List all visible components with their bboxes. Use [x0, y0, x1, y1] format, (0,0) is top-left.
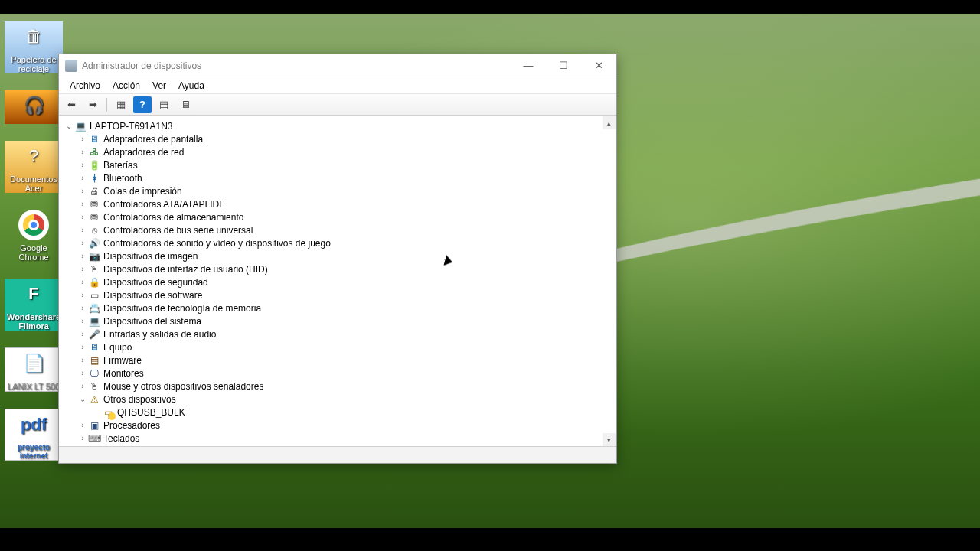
fw-icon: ▤: [88, 354, 100, 367]
tree-label: Dispositivos de interfaz de usuario (HID…: [103, 264, 268, 275]
menu-ver[interactable]: Ver: [146, 79, 172, 93]
expand-arrow-icon[interactable]: ›: [77, 421, 88, 429]
net-icon: 🖧: [88, 146, 100, 158]
tree-label: Dispositivos del sistema: [103, 316, 201, 327]
desktop-icon-lanix-lt[interactable]: 📄 LANIX LT 500: [5, 347, 63, 392]
tree-label: Unidades de disco: [103, 446, 179, 447]
tree-category[interactable]: ›⛃Controladoras de almacenamiento: [64, 210, 616, 223]
tree-category[interactable]: ›▭Dispositivos de software: [64, 289, 616, 302]
desktop-icon-audacity[interactable]: 🎧: [5, 90, 63, 124]
desktop-icon-wondershare-filmora[interactable]: F Wondershare Filmora: [5, 279, 63, 331]
tree-category[interactable]: ›🖧Adaptadores de red: [64, 145, 616, 158]
tree-label: Teclados: [103, 433, 139, 444]
tree-category[interactable]: ›📷Dispositivos de imagen: [64, 249, 616, 262]
help-button[interactable]: ?: [133, 96, 152, 113]
minimize-button[interactable]: —: [511, 54, 546, 77]
desktop-icon-google-chrome[interactable]: Google Chrome: [5, 210, 63, 262]
tree-category[interactable]: ›🎤Entradas y salidas de audio: [64, 328, 616, 341]
expand-arrow-icon[interactable]: ›: [77, 226, 88, 234]
tree-category[interactable]: ›📇Dispositivos de tecnología de memoria: [64, 302, 616, 315]
google-chrome-icon: [18, 210, 49, 240]
audacity-icon: 🎧: [18, 90, 49, 121]
tree-category[interactable]: ›🖱Mouse y otros dispositivos señaladores: [64, 380, 616, 393]
expand-arrow-icon[interactable]: ›: [77, 265, 88, 273]
expand-arrow-icon[interactable]: ›: [77, 187, 88, 195]
tree-label: Otros dispositivos: [103, 394, 176, 405]
menu-archivo[interactable]: Archivo: [64, 79, 106, 93]
menu-acción[interactable]: Acción: [106, 79, 146, 93]
properties-button[interactable]: ▦: [112, 96, 130, 113]
scan-hardware-button[interactable]: ▤: [155, 96, 173, 113]
desktop-icon-documents-acer[interactable]: ? Documentos Acer: [5, 141, 63, 193]
desktop[interactable]: 🗑 Papelera de reciclaje🎧 ? Documentos Ac…: [0, 14, 980, 528]
expand-arrow-icon[interactable]: ›: [77, 434, 88, 442]
expand-arrow-icon[interactable]: ›: [77, 369, 88, 377]
tree-category[interactable]: ›⎋Controladoras de bus serie universal: [64, 223, 616, 236]
expand-arrow-icon[interactable]: ›: [77, 148, 88, 156]
eq-icon: 🖥: [88, 341, 100, 354]
tree-label: Monitores: [103, 368, 144, 379]
audio-icon: 🎤: [88, 328, 100, 341]
tree-label: LAPTOP-T691A1N3: [90, 121, 173, 132]
tree-category[interactable]: ›⛁Unidades de disco: [64, 445, 616, 446]
expand-arrow-icon[interactable]: ›: [77, 343, 88, 351]
expand-arrow-icon[interactable]: ›: [77, 252, 88, 260]
expand-arrow-icon[interactable]: ›: [77, 356, 88, 364]
show-hidden-button[interactable]: 🖥: [176, 96, 194, 113]
tree-device[interactable]: ▭QHSUSB_BULK: [64, 406, 616, 419]
tree-category[interactable]: ›🔒Dispositivos de seguridad: [64, 276, 616, 289]
tree-category[interactable]: ›ᚼBluetooth: [64, 171, 616, 184]
expand-arrow-icon[interactable]: ›: [77, 291, 88, 299]
stor-icon: ⛃: [88, 198, 100, 210]
tree-category[interactable]: ›▤Firmware: [64, 354, 616, 367]
tree-category[interactable]: ›⌨Teclados: [64, 432, 616, 445]
hid-icon: 🖱: [88, 263, 100, 276]
tree-label: Firmware: [103, 355, 142, 366]
tree-category[interactable]: ›🖨Colas de impresión: [64, 184, 616, 197]
tree-label: Dispositivos de seguridad: [103, 277, 208, 288]
tree-category[interactable]: ›💻Dispositivos del sistema: [64, 315, 616, 328]
device-tree[interactable]: ⌄💻LAPTOP-T691A1N3›🖥Adaptadores de pantal…: [59, 116, 616, 446]
close-button[interactable]: ✕: [581, 54, 616, 77]
tree-category[interactable]: ›▣Procesadores: [64, 419, 616, 432]
maximize-button[interactable]: ☐: [546, 54, 581, 77]
window-title: Administrador de dispositivos: [82, 60, 201, 71]
tree-category[interactable]: ›🔋Baterías: [64, 158, 616, 171]
tree-category[interactable]: ›⛃Controladoras ATA/ATAPI IDE: [64, 197, 616, 210]
expand-arrow-icon[interactable]: ›: [77, 278, 88, 286]
tree-label: Dispositivos de software: [103, 290, 202, 301]
expand-arrow-icon[interactable]: ›: [77, 135, 88, 143]
tree-category[interactable]: ›🖥Equipo: [64, 341, 616, 354]
desktop-icon-proyecto-internet[interactable]: pdf proyecto internet: [5, 409, 63, 461]
tree-category[interactable]: ›🔊Controladoras de sonido y vídeo y disp…: [64, 236, 616, 249]
desktop-icon-label: LANIX LT 500: [5, 382, 62, 391]
expand-arrow-icon[interactable]: ›: [77, 174, 88, 182]
sec-icon: 🔒: [88, 276, 100, 289]
tree-category[interactable]: ›🖱Dispositivos de interfaz de usuario (H…: [64, 262, 616, 276]
tree-root[interactable]: ⌄💻LAPTOP-T691A1N3: [64, 119, 616, 132]
expand-arrow-icon[interactable]: ⌄: [64, 122, 74, 130]
expand-arrow-icon[interactable]: ›: [77, 161, 88, 169]
pc-icon: 💻: [74, 120, 87, 132]
scroll-up-icon[interactable]: ▴: [603, 116, 616, 129]
menu-ayuda[interactable]: Ayuda: [172, 79, 211, 93]
expand-arrow-icon[interactable]: ›: [77, 330, 88, 338]
tree-category[interactable]: ›🖵Monitores: [64, 367, 616, 380]
expand-arrow-icon[interactable]: ›: [77, 317, 88, 325]
expand-arrow-icon[interactable]: ›: [77, 200, 88, 208]
expand-arrow-icon[interactable]: ›: [77, 382, 88, 390]
desktop-icon-recycle-bin[interactable]: 🗑 Papelera de reciclaje: [5, 21, 63, 73]
nav-back-button[interactable]: ⬅: [62, 96, 80, 113]
titlebar[interactable]: Administrador de dispositivos — ☐ ✕: [59, 54, 616, 77]
expand-arrow-icon[interactable]: ⌄: [77, 395, 88, 403]
tree-label: Baterías: [103, 160, 138, 171]
expand-arrow-icon[interactable]: ›: [77, 304, 88, 312]
scroll-down-icon[interactable]: ▾: [603, 433, 616, 446]
expand-arrow-icon[interactable]: ›: [77, 213, 88, 221]
toolbar-separator: [106, 98, 107, 112]
stor-icon: ⛃: [88, 211, 100, 223]
expand-arrow-icon[interactable]: ›: [77, 239, 88, 247]
tree-category[interactable]: ›🖥Adaptadores de pantalla: [64, 132, 616, 145]
tree-category[interactable]: ⌄⚠Otros dispositivos: [64, 393, 616, 406]
nav-forward-button[interactable]: ➡: [83, 96, 102, 113]
